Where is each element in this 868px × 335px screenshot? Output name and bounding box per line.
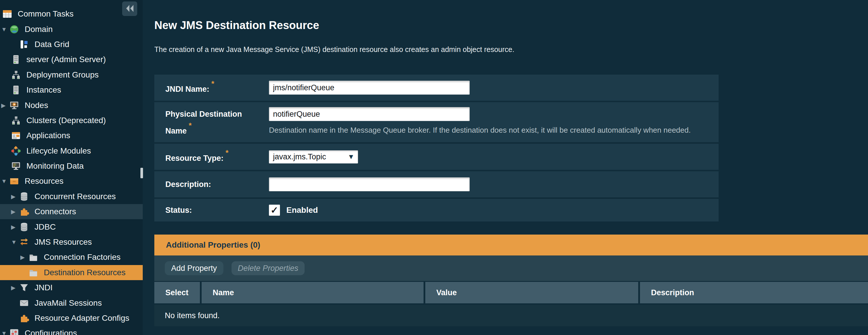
sliders-icon [9,328,19,335]
sidebar-item-connection-factories[interactable]: ▶Connection Factories [0,250,143,265]
db-icon [19,222,29,232]
sidebar-item-destination-resources[interactable]: Destination Resources [0,265,143,280]
form-row-description: Description: [154,171,719,197]
expander-right-icon[interactable]: ▶ [11,285,19,291]
monitor-play-icon [9,100,19,110]
status-enabled-label: Enabled [286,206,318,215]
jms-destination-form: JNDI Name:* Physical Destination Name* D… [154,74,719,223]
mail-icon [19,298,29,308]
server-icon [11,85,21,95]
expander-down-icon[interactable]: ▼ [1,330,9,335]
description-label: Description: [154,180,269,189]
required-marker: * [212,79,214,88]
sidebar-item-label: Configurations [25,329,77,335]
sidebar-item-label: Resource Adapter Configs [34,313,129,323]
sidebar-item-javamail-sessions[interactable]: JavaMail Sessions [0,295,143,310]
sidebar-item-jms-resources[interactable]: ▼JMS Resources [0,235,143,250]
status-enabled-checkbox[interactable]: ✓ [269,205,280,216]
add-property-button[interactable]: Add Property [165,261,223,275]
physical-destination-name-input[interactable] [269,107,470,121]
sidebar-item-label: Lifecycle Modules [26,146,91,156]
sidebar-scrollbar-thumb[interactable] [141,168,143,178]
required-marker: * [189,121,192,130]
tree-icon [11,116,21,125]
sidebar-item-label: Instances [26,85,61,95]
sidebar-item-monitoring-data[interactable]: Monitoring Data [0,158,143,174]
sidebar-item-connectors[interactable]: ▶Connectors [0,204,143,219]
folder-icon [28,252,38,262]
apps-icon [11,131,21,141]
datagrid-icon [19,39,29,49]
sidebar-item-label: server (Admin Server) [26,55,106,64]
jndi-name-input[interactable] [269,81,470,95]
properties-table-empty-row: No items found. [154,305,868,326]
physical-destination-name-label: Physical Destination Name* [154,107,269,138]
resource-type-select[interactable]: javax.jms.Topic ▼ [269,150,358,163]
sidebar-item-label: JavaMail Sessions [34,298,102,308]
column-header-select: Select [154,282,200,303]
dropdown-arrow-icon: ▼ [347,153,354,161]
sidebar-item-jndi[interactable]: ▶JNDI [0,280,143,295]
status-label: Status: [154,206,269,215]
arrows-icon [19,237,29,247]
required-marker: * [226,148,228,157]
sidebar-item-label: Destination Resources [44,268,126,277]
sidebar-item-data-grid[interactable]: Data Grid [0,37,143,52]
expander-down-icon[interactable]: ▼ [1,26,9,32]
description-input[interactable] [269,177,470,191]
column-header-value: Value [425,282,638,303]
navigation-tree: Common Tasks▼DomainData Gridserver (Admi… [0,6,143,335]
sidebar-item-label: Connectors [34,207,76,216]
sidebar-item-resource-adapter-configs[interactable]: Resource Adapter Configs [0,311,143,326]
sidebar-collapse-button[interactable] [122,1,137,16]
sidebar-item-domain[interactable]: ▼Domain [0,22,143,37]
sidebar-item-label: JNDI [34,283,53,292]
sidebar-item-label: JDBC [34,222,56,232]
additional-properties-toolbar: Add Property Delete Properties [154,255,868,281]
funnel-icon [19,283,29,293]
expander-down-icon[interactable]: ▼ [11,239,19,245]
delete-properties-button[interactable]: Delete Properties [231,261,305,275]
puzzle-icon [19,207,29,217]
sidebar-item-concurrent-resources[interactable]: ▶Concurrent Resources [0,189,143,204]
sidebar-item-applications[interactable]: Applications [0,128,143,143]
page-subtitle: The creation of a new Java Message Servi… [154,45,514,54]
sidebar-item-jdbc[interactable]: ▶JDBC [0,219,143,234]
form-row-status: Status: ✓ Enabled [154,199,719,221]
sidebar-item-common-tasks[interactable]: Common Tasks [0,6,143,22]
sidebar-item-configurations[interactable]: ▼Configurations [0,326,143,335]
expander-right-icon[interactable]: ▶ [20,254,28,260]
sidebar-item-label: Connection Factories [44,252,121,262]
sidebar: Common Tasks▼DomainData Gridserver (Admi… [0,0,143,335]
checkmark-icon: ✓ [271,206,279,215]
sidebar-item-lifecycle-modules[interactable]: Lifecycle Modules [0,144,143,158]
sidebar-item-label: JMS Resources [34,238,92,247]
sidebar-item-resources[interactable]: ▼Resources [0,174,143,189]
collapse-sidebar-icon [125,5,134,13]
sidebar-item-clusters-deprecated[interactable]: Clusters (Deprecated) [0,113,143,128]
sidebar-item-server-admin-server[interactable]: server (Admin Server) [0,52,143,67]
form-row-physical-destination-name: Physical Destination Name* Destination n… [154,102,719,142]
lifecycle-icon [11,146,21,156]
box-icon [9,176,19,186]
db-icon [19,191,29,202]
sidebar-item-deployment-groups[interactable]: Deployment Groups [0,67,143,83]
expander-down-icon[interactable]: ▼ [1,178,9,184]
expander-right-icon[interactable]: ▶ [1,102,9,108]
monitor-data-icon [11,161,21,171]
sidebar-item-label: Resources [25,177,64,186]
sidebar-item-nodes[interactable]: ▶Nodes [0,97,143,113]
expander-right-icon[interactable]: ▶ [11,224,19,230]
expander-right-icon[interactable]: ▶ [11,194,19,200]
sidebar-item-label: Deployment Groups [26,70,99,80]
column-header-name: Name [202,282,424,303]
form-row-jndi-name: JNDI Name:* [154,74,719,101]
properties-table-header: Select Name Value Description [154,282,868,303]
sidebar-item-instances[interactable]: Instances [0,83,143,97]
table-icon [2,9,12,19]
tree-icon [11,70,21,80]
sidebar-item-label: Monitoring Data [26,161,84,171]
sidebar-item-label: Concurrent Resources [34,192,116,201]
expander-right-icon[interactable]: ▶ [11,209,19,215]
puzzle-icon [19,313,29,323]
